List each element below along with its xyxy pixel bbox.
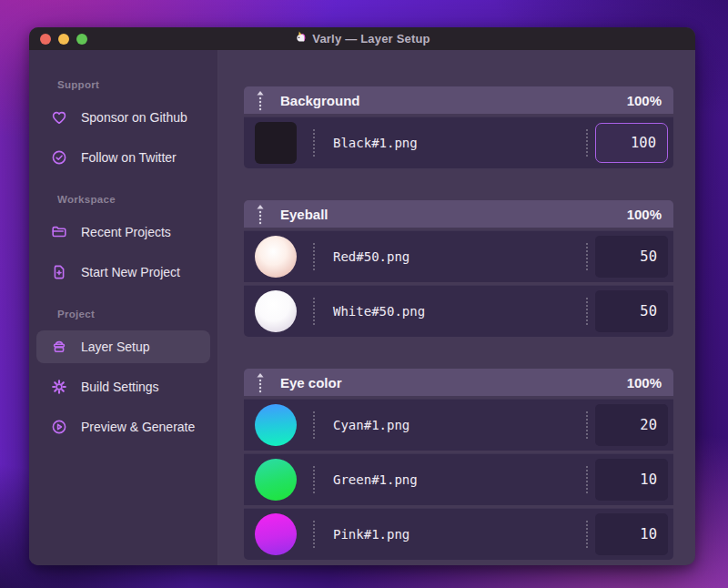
layer-row[interactable]: Green#1.png 10 [244,453,673,505]
layer-group-background: Background 100% Black#1.png 100 [244,86,673,168]
dotted-divider [586,466,588,493]
section-label: Support [57,79,210,90]
title-bar[interactable]: Varly — Layer Setup [29,27,695,50]
sidebar-item-label: Sponsor on Github [81,110,187,125]
layer-thumbnail [255,513,297,555]
sidebar-item-label: Build Settings [81,380,159,394]
dotted-divider [313,243,315,270]
dotted-divider [313,129,315,157]
minimize-button[interactable] [58,34,69,45]
archive-box-icon [50,338,68,356]
badge-check-icon [50,148,68,167]
sidebar-item-follow-on-twitter[interactable]: Follow on Twitter [36,141,210,174]
layer-filename: Black#1.png [333,136,586,150]
section-label: Workspace [57,194,210,205]
dotted-divider [586,521,588,548]
group-weight: 100% [627,375,662,390]
dotted-divider [586,129,588,157]
document-plus-icon [50,263,68,281]
heart-icon [50,108,68,127]
window-title: Varly — Layer Setup [294,31,430,46]
layer-thumbnail [255,122,297,164]
layer-group-eyeball: Eyeball 100% Red#50.png 50 White#50.png … [244,200,673,337]
sidebar-item-label: Layer Setup [81,340,150,354]
sidebar-item-label: Preview & Generate [81,420,195,434]
app-window: Varly — Layer Setup Support Sponsor on G… [29,27,695,565]
layer-thumbnail [255,404,297,446]
drag-handle-icon[interactable] [256,89,265,111]
layer-filename: Cyan#1.png [333,418,586,432]
layer-weight-input[interactable]: 50 [595,236,668,278]
layer-filename: White#50.png [333,304,586,319]
sidebar-item-label: Recent Projects [81,225,171,239]
sidebar: Support Sponsor on Github [29,50,218,565]
section-label: Project [57,309,210,319]
layer-setup-panel: Background 100% Black#1.png 100 [218,50,695,565]
dotted-divider [586,298,588,325]
layer-row[interactable]: Black#1.png 100 [244,117,673,168]
layer-weight-input[interactable]: 100 [595,123,668,163]
group-weight: 100% [627,207,662,222]
layer-filename: Pink#1.png [333,527,586,542]
zoom-button[interactable] [76,34,87,45]
drag-handle-icon[interactable] [256,203,265,225]
group-title: Eye color [280,375,612,390]
layer-thumbnail [255,236,297,278]
group-title: Background [280,93,612,108]
gear-icon [50,378,68,396]
layer-weight-input[interactable]: 20 [595,404,668,446]
play-circle-icon [50,418,68,436]
sidebar-item-layer-setup[interactable]: Layer Setup [36,330,210,363]
layer-thumbnail [255,459,297,501]
group-title: Eyeball [280,207,612,222]
layer-row[interactable]: White#50.png 50 [244,285,673,337]
layer-weight-input[interactable]: 50 [595,290,668,332]
sidebar-item-recent-projects[interactable]: Recent Projects [36,216,210,248]
dotted-divider [586,411,588,439]
group-header[interactable]: Eye color 100% [244,369,673,396]
dotted-divider [313,466,315,493]
folder-icon [50,223,68,241]
group-header[interactable]: Eyeball 100% [244,200,673,228]
layer-filename: Red#50.png [333,249,586,264]
window-title-text: Varly — Layer Setup [312,32,430,46]
sidebar-section-workspace: Workspace Recent Projects [36,194,210,289]
sidebar-item-label: Follow on Twitter [81,150,177,165]
sidebar-item-label: Start New Project [81,265,180,279]
layer-group-eye-color: Eye color 100% Cyan#1.png 20 Green#1.png… [244,369,673,560]
layer-filename: Green#1.png [333,472,586,487]
unicorn-icon [294,31,307,46]
layer-weight-input[interactable]: 10 [595,459,668,501]
drag-handle-icon[interactable] [256,371,265,393]
sidebar-item-sponsor-on-github[interactable]: Sponsor on Github [36,101,210,134]
layer-weight-input[interactable]: 10 [595,513,668,555]
dotted-divider [313,298,315,325]
layer-thumbnail [255,290,297,332]
layer-row[interactable]: Cyan#1.png 20 [244,399,673,451]
sidebar-section-project: Project Layer Setup [36,309,210,443]
dotted-divider [313,411,315,439]
sidebar-section-support: Support Sponsor on Github [36,79,210,174]
group-header[interactable]: Background 100% [244,86,673,114]
group-weight: 100% [627,93,662,108]
sidebar-item-build-settings[interactable]: Build Settings [36,370,210,403]
dotted-divider [586,243,588,270]
dotted-divider [313,521,315,548]
layer-row[interactable]: Red#50.png 50 [244,230,673,282]
sidebar-item-start-new-project[interactable]: Start New Project [36,256,210,289]
sidebar-item-preview-generate[interactable]: Preview & Generate [36,411,210,443]
layer-row[interactable]: Pink#1.png 10 [244,508,673,560]
close-button[interactable] [40,34,51,45]
traffic-lights [40,27,87,50]
